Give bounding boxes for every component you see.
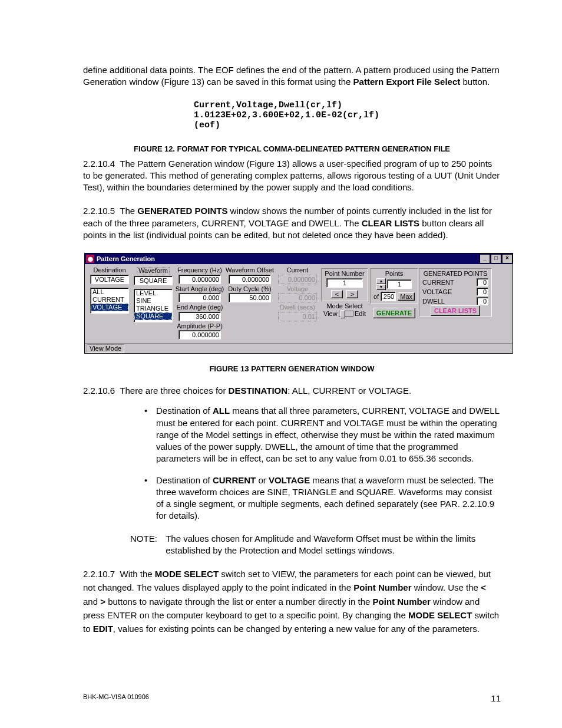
gen-voltage-label: VOLTAGE bbox=[422, 288, 452, 295]
section-num: 2.2.10.5 bbox=[83, 206, 115, 216]
waveform-label: Waveform bbox=[137, 267, 170, 275]
window-title: Pattern Generation bbox=[97, 255, 155, 262]
amplitude-field[interactable]: 0.000000 bbox=[178, 330, 221, 340]
t: VOLTAGE bbox=[269, 475, 310, 485]
voltage-label: Voltage bbox=[287, 286, 309, 293]
generate-button[interactable]: GENERATE bbox=[373, 308, 415, 318]
minimize-button[interactable]: _ bbox=[480, 254, 490, 263]
frequency-label: Frequency (Hz) bbox=[177, 267, 222, 274]
start-angle-label: Start Angle (deg) bbox=[176, 286, 224, 293]
page-footer: BHK-MG-VISA 010906 11 bbox=[83, 693, 501, 703]
points-field[interactable]: 1 bbox=[387, 279, 412, 289]
points-spinner[interactable]: ▲ ▼ bbox=[376, 278, 386, 290]
mode-select-slider[interactable] bbox=[339, 311, 353, 317]
t: window. Use the bbox=[412, 582, 481, 592]
point-prev-button[interactable]: < bbox=[331, 290, 343, 298]
t: MODE SELECT bbox=[155, 569, 219, 579]
t: or bbox=[256, 475, 269, 485]
lt-symbol: < bbox=[481, 582, 486, 592]
section-num: 2.2.10.6 bbox=[83, 386, 115, 396]
end-angle-label: End Angle (deg) bbox=[177, 304, 223, 311]
t: CLEAR LISTS bbox=[362, 218, 419, 228]
duty-label: Duty Cycle (%) bbox=[228, 286, 271, 293]
status-bar: View Mode bbox=[85, 343, 513, 353]
voltage-field: 0.000 bbox=[278, 293, 317, 302]
para-2-2-10-5: 2.2.10.5 The GENERATED POINTS window sho… bbox=[83, 205, 501, 241]
gen-current-label: CURRENT bbox=[422, 279, 454, 286]
t: With the bbox=[120, 569, 155, 579]
mode-select-label: Mode Select bbox=[323, 303, 366, 310]
app-icon: ⬤ bbox=[86, 255, 94, 263]
point-next-button[interactable]: > bbox=[346, 290, 358, 298]
waveform-option-sine[interactable]: SINE bbox=[134, 297, 172, 305]
offset-label: Waveform Offset bbox=[226, 267, 274, 274]
destination-label: Destination bbox=[93, 267, 125, 274]
para-2-2-10-7: 2.2.10.7 With the MODE SELECT switch set… bbox=[83, 567, 501, 635]
generated-points-title: GENERATED POINTS bbox=[422, 271, 488, 278]
offset-field[interactable]: 0.000000 bbox=[229, 275, 271, 284]
window-titlebar[interactable]: ⬤ Pattern Generation _ □ × bbox=[85, 253, 513, 264]
points-of-label: of bbox=[373, 293, 379, 300]
t: EDIT bbox=[93, 624, 113, 634]
t: buttons to navigate through the list or … bbox=[105, 597, 373, 607]
waveform-option-level[interactable]: LEVEL bbox=[134, 289, 172, 297]
duty-field[interactable]: 50.000 bbox=[229, 293, 271, 302]
gen-dwell-label: DWELL bbox=[422, 298, 445, 305]
destination-option-voltage[interactable]: VOLTAGE bbox=[91, 304, 128, 311]
frequency-field[interactable]: 0.000000 bbox=[178, 275, 221, 284]
spin-down-icon: ▼ bbox=[376, 284, 386, 290]
t: The bbox=[120, 206, 137, 216]
start-angle-field[interactable]: 0.000 bbox=[178, 293, 221, 302]
t: There are three choices for bbox=[120, 386, 228, 396]
t: CURRENT bbox=[213, 475, 256, 485]
code-block: Current,Voltage,Dwell(cr,lf) 1.0123E+02,… bbox=[194, 100, 501, 130]
destination-value[interactable]: VOLTAGE bbox=[90, 275, 129, 284]
t: Point Number bbox=[353, 582, 411, 592]
destination-option-all[interactable]: ALL bbox=[91, 288, 128, 296]
section-num: 2.2.10.7 bbox=[83, 569, 115, 579]
footer-docid: BHK-MG-VISA 010906 bbox=[83, 693, 149, 700]
t: ALL bbox=[213, 406, 230, 416]
points-label: Points bbox=[373, 271, 415, 278]
point-number-field[interactable]: 1 bbox=[326, 278, 363, 288]
pre-line-3: (eof) bbox=[194, 120, 220, 130]
waveform-option-square[interactable]: SQUARE bbox=[134, 312, 172, 320]
note-block: NOTE: The values chosen for Amplitude an… bbox=[130, 533, 501, 557]
figure-12-caption: FIGURE 12. FORMAT FOR TYPICAL COMMA-DELI… bbox=[83, 144, 501, 153]
amplitude-label: Amplitude (P-P) bbox=[177, 323, 223, 330]
current-label: Current bbox=[287, 267, 309, 274]
t: , values for existing points can be chan… bbox=[113, 624, 480, 634]
t: Destination of bbox=[156, 406, 213, 416]
dwell-label: Dwell (secs) bbox=[280, 304, 315, 311]
spin-up-icon: ▲ bbox=[376, 278, 386, 284]
end-angle-field[interactable]: 360.000 bbox=[178, 312, 221, 321]
bullet-all: Destination of ALL means that all three … bbox=[144, 405, 501, 465]
bullet-current-voltage: Destination of CURRENT or VOLTAGE means … bbox=[144, 475, 501, 522]
note-body: The values chosen for Amplitude and Wave… bbox=[166, 533, 492, 557]
t: MODE SELECT bbox=[408, 610, 472, 620]
destination-option-current[interactable]: CURRENT bbox=[91, 296, 128, 304]
para-2-2-10-4: 2.2.10.4 The Pattern Generation window (… bbox=[83, 158, 501, 194]
note-label: NOTE: bbox=[130, 533, 163, 545]
mode-edit-label: Edit bbox=[355, 310, 366, 317]
clear-lists-button[interactable]: CLEAR LISTS bbox=[431, 305, 480, 316]
waveform-option-triangle[interactable]: TRIANGLE bbox=[134, 305, 172, 312]
points-max-field[interactable]: 250 bbox=[381, 292, 396, 301]
t: Point Number bbox=[373, 597, 431, 607]
current-field: 0.000000 bbox=[278, 275, 317, 284]
gen-dwell-value: 0 bbox=[477, 297, 488, 305]
pattern-generation-window: ⬤ Pattern Generation _ □ × Destination V… bbox=[84, 253, 513, 354]
close-button[interactable]: × bbox=[502, 254, 513, 263]
destination-listbox[interactable]: ALL CURRENT VOLTAGE bbox=[90, 288, 129, 314]
mode-view-label: View bbox=[323, 310, 338, 317]
para-2-2-10-6: 2.2.10.6 There are three choices for DES… bbox=[83, 385, 501, 397]
figure-13-caption: FIGURE 13 PATTERN GENERATION WINDOW bbox=[83, 364, 501, 373]
maximize-button[interactable]: □ bbox=[491, 254, 501, 263]
waveform-value[interactable]: SQUARE bbox=[134, 276, 173, 285]
para-text: The Pattern Generation window (Figure 13… bbox=[83, 159, 500, 193]
intro-paragraph: define additional data points. The EOF d… bbox=[83, 64, 501, 88]
waveform-listbox[interactable]: LEVEL SINE TRIANGLE SQUARE bbox=[134, 289, 173, 322]
intro-bold: Pattern Export File Select bbox=[353, 77, 461, 87]
point-number-label: Point Number bbox=[325, 271, 365, 278]
points-max-button[interactable]: Max bbox=[398, 292, 415, 301]
